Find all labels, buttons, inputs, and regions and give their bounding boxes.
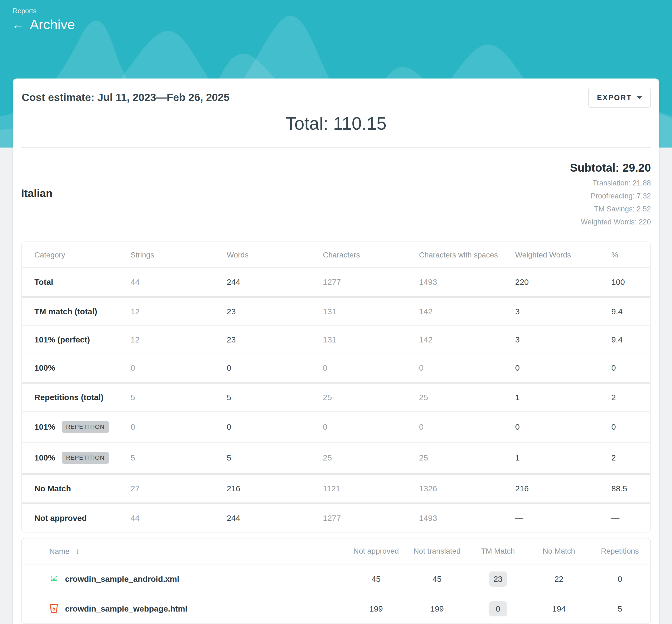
category-value: 44 [118,503,214,532]
category-value: 0 [310,354,406,383]
category-row: 100%000000 [22,354,650,383]
section-divider [21,147,651,148]
category-label: Repetitions (total) [34,393,103,402]
category-col-header: % [599,242,650,268]
category-value: 23 [214,326,310,354]
category-value: 3 [502,326,599,354]
category-value: 0 [406,412,502,442]
category-value: 25 [310,383,406,412]
report-header: Cost estimate: Jul 11, 2023—Feb 26, 2025… [21,79,651,108]
category-value: 0 [118,354,214,383]
category-value: 0 [310,412,406,442]
file-name-sort-header[interactable]: Name↓ [22,539,346,564]
subtotal-translation: Translation: 21.88 [570,179,651,187]
tm-match-badge: 23 [489,571,507,587]
file-name[interactable]: crowdin_sample_android.xml [65,574,179,584]
category-value: 5 [118,383,214,412]
category-value: 216 [502,474,599,503]
category-value: 12 [118,297,214,326]
category-value: 3 [502,297,599,326]
category-value: 131 [310,297,406,326]
category-row: TM match (total)122313114239.4 [22,297,650,326]
file-value: 5 [589,594,650,623]
back-arrow-icon[interactable]: ← [12,19,24,31]
category-value: 142 [406,297,502,326]
category-value: 0 [502,354,599,383]
category-value: 220 [502,268,599,297]
category-label: No Match [34,484,71,493]
category-row: No Match272161121132621688.5 [22,474,650,503]
category-col-header: Characters [310,242,406,268]
category-value: 25 [406,442,502,474]
category-col-header: Characters with spaces [406,242,502,268]
file-value: 23 [468,564,528,594]
subtotal-block: Subtotal: 29.20 Translation: 21.88 Proof… [570,161,651,226]
language-section-header: Italian Subtotal: 29.20 Translation: 21.… [21,161,651,226]
category-value: 100 [599,268,650,297]
category-row: 101%REPETITION000000 [22,412,650,442]
file-col-header: Not translated [406,539,468,564]
export-button[interactable]: EXPORT [588,88,651,108]
category-label: 100% [34,453,55,462]
category-value: 5 [118,442,214,474]
category-value: 2 [599,442,650,474]
category-value: 44 [118,268,214,297]
page-title-link[interactable]: ← Archive [12,17,75,32]
category-row: Not approved4424412771493—— [22,503,650,532]
category-value: — [502,503,599,532]
category-value: 1326 [406,474,502,503]
subtotal-weighted-words: Weighted Words: 220 [570,218,651,226]
subtotal-proofreading: Proofreading: 7.32 [570,192,651,200]
category-row: 100%REPETITION55252512 [22,442,650,474]
file-value: 0 [468,594,528,623]
sort-desc-icon[interactable]: ↓ [76,547,80,555]
chevron-down-icon [637,96,642,99]
repetition-badge: REPETITION [62,452,109,464]
category-value: 1277 [310,268,406,297]
file-value: 22 [528,564,589,594]
category-value: 25 [406,383,502,412]
category-col-header: Category [22,242,118,268]
category-value: 5 [214,383,310,412]
file-row[interactable]: 5crowdin_sample_webpage.html19919901945 [22,594,650,623]
category-value: 244 [214,503,310,532]
file-table-header-row: Name↓Not approvedNot translatedTM MatchN… [22,539,650,564]
svg-text:5: 5 [53,605,55,612]
category-label: 101% [34,422,55,431]
category-value: 5 [214,442,310,474]
category-col-header: Strings [118,242,214,268]
repetition-badge: REPETITION [62,421,109,433]
category-value: 0 [599,354,650,383]
file-col-header: Not approved [346,539,406,564]
language-name: Italian [21,187,53,226]
file-name[interactable]: crowdin_sample_webpage.html [65,604,188,614]
android-icon [49,574,59,584]
category-value: 0 [502,412,599,442]
category-col-header: Weighted Words [502,242,599,268]
tm-match-badge: 0 [489,601,507,617]
category-label: TM match (total) [34,307,97,316]
file-value: 0 [589,564,650,594]
category-row: Repetitions (total)55252512 [22,383,650,412]
category-value: 1493 [406,503,502,532]
file-value: 199 [346,594,406,623]
breadcrumb[interactable]: Reports [13,7,36,15]
file-row[interactable]: crowdin_sample_android.xml454523220 [22,564,650,594]
category-col-header: Words [214,242,310,268]
category-label: 100% [34,363,55,372]
file-col-header: Repetitions [589,539,650,564]
category-value: 25 [310,442,406,474]
category-row: Total4424412771493220100 [22,268,650,297]
category-value: 23 [214,297,310,326]
html5-icon: 5 [49,603,59,614]
category-value: 2 [599,383,650,412]
report-title: Cost estimate: Jul 11, 2023—Feb 26, 2025 [22,92,229,103]
subtotal-tm-savings: TM Savings: 2.52 [570,205,651,213]
file-col-header: No Match [528,539,589,564]
category-value: 216 [214,474,310,503]
category-value: 9.4 [599,326,650,354]
category-value: 0 [599,412,650,442]
file-value: 199 [406,594,468,623]
category-value: 142 [406,326,502,354]
category-value: 27 [118,474,214,503]
